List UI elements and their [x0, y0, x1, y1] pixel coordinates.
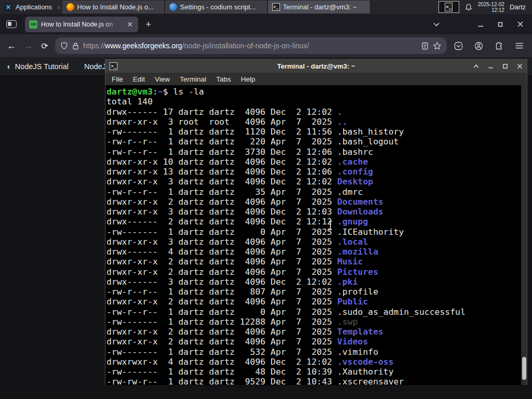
terminal-window: >_ Terminal - dartz@vm3: ~ FileEditViewT… — [105, 59, 527, 385]
terminal-listing-row: drwx------ 17 dartz dartz 4096 Dec 2 12:… — [107, 107, 527, 117]
bookmark-star-icon[interactable] — [433, 42, 442, 50]
terminal-listing-row: drwxr-xr-x 2 dartz dartz 4096 Apr 7 2025… — [107, 327, 527, 337]
terminal-menu-view[interactable]: View — [155, 75, 170, 83]
reader-view-icon[interactable] — [421, 42, 429, 50]
terminal-listing-row: -rw------- 1 dartz dartz 12288 Apr 7 202… — [107, 317, 527, 327]
codium-icon — [169, 3, 177, 11]
terminal-listing-row: drwxr-xr-x 13 dartz dartz 4096 Dec 2 12:… — [107, 167, 527, 177]
taskbar-window-title: How to Install Node.js o... — [77, 3, 154, 11]
terminal-listing-row: -rw------- 1 dartz dartz 532 Apr 7 2025 … — [107, 347, 527, 357]
applications-label: Applications — [16, 3, 52, 11]
terminal-listing-row: drwxr-xr-x 2 dartz dartz 4096 Apr 7 2025… — [107, 267, 527, 277]
maximize-button[interactable] — [502, 63, 508, 69]
terminal-listing-row: drwxr-xr-x 2 dartz dartz 4096 Apr 7 2025… — [107, 337, 527, 347]
terminal-listing-row: -rw-r--r-- 1 dartz dartz 220 Apr 7 2025 … — [107, 137, 527, 147]
firefox-view-icon[interactable] — [6, 20, 17, 28]
list-tabs-chevron-icon[interactable] — [433, 22, 440, 27]
taskbar-window-button[interactable]: How to Install Node.js o... — [62, 1, 165, 14]
terminal-listing-row: drwxr-xr-x 3 dartz dartz 4096 Dec 2 12:0… — [107, 177, 527, 187]
terminal-prompt-line: dartz@vm3:~$ ls -la — [107, 87, 527, 97]
back-button[interactable]: ← — [3, 41, 20, 51]
close-window-button[interactable] — [517, 21, 524, 28]
tab-active[interactable]: GG How to Install Node.js on ✕ — [25, 17, 138, 32]
clock[interactable]: 2025-12-02 12:12 — [478, 2, 504, 13]
terminal-listing-row: -rw------- 1 dartz dartz 48 Dec 2 10:39 … — [107, 367, 527, 377]
tracking-shield-icon[interactable] — [60, 42, 68, 50]
terminal-listing-row: drwxr-xr-x 3 dartz dartz 4096 Apr 7 2025… — [107, 237, 527, 247]
browser-tab-bar: GG How to Install Node.js on ✕ + — [0, 14, 532, 34]
terminal-title-bar[interactable]: >_ Terminal - dartz@vm3: ~ — [105, 60, 527, 73]
terminal-title: Terminal - dartz@vm3: ~ — [105, 62, 527, 70]
workspace-pager[interactable]: >_ — [438, 1, 459, 13]
taskbar-window-title: Settings - codium script... — [180, 3, 256, 11]
forward-button[interactable]: → — [20, 41, 36, 51]
terminal-listing-row: drwx------ 3 dartz dartz 4096 Dec 2 12:0… — [107, 277, 527, 287]
applications-menu-button[interactable]: ✕ Applications — [0, 0, 56, 14]
terminal-menu-bar: FileEditViewTerminalTabsHelp — [105, 73, 527, 85]
minimize-button[interactable] — [488, 64, 494, 69]
terminal-listing-row: -rw-r--r-- 1 dartz dartz 0 Apr 7 2025 .s… — [107, 307, 527, 317]
terminal-output[interactable]: dartz@vm3:~$ ls -la total 140 drwx------… — [105, 85, 527, 385]
terminal-scrollbar-thumb[interactable] — [522, 357, 526, 380]
terminal-listing-row: drwxr-xr-x 3 dartz dartz 4096 Dec 2 12:0… — [107, 207, 527, 217]
close-window-button[interactable] — [517, 63, 523, 69]
terminal-listing-row: drwxr-xr-x 2 dartz dartz 4096 Apr 7 2025… — [107, 197, 527, 207]
menu-hamburger-icon[interactable] — [515, 42, 524, 49]
url-bar[interactable]: https://www.geeksforgeeks.org/node-js/in… — [55, 37, 447, 54]
terminal-listing-row: -rw------- 1 dartz dartz 1120 Dec 2 11:5… — [107, 127, 527, 137]
tab-title: How to Install Node.js on — [41, 21, 122, 28]
new-tab-button[interactable]: + — [145, 19, 151, 30]
mouse-cursor-ibeam — [327, 220, 334, 231]
terminal-listing-row: drwxr-xr-x 3 root root 4096 Apr 7 2025 .… — [107, 117, 527, 127]
tab-close-icon[interactable]: ✕ — [126, 20, 134, 29]
terminal-menu-terminal[interactable]: Terminal — [180, 75, 206, 83]
taskbar-window-button[interactable]: Settings - codium script... — [165, 1, 268, 14]
terminal-file-listing: drwx------ 17 dartz dartz 4096 Dec 2 12:… — [107, 107, 527, 385]
terminal-listing-row: -rw------- 1 dartz dartz 0 Apr 7 2025 .I… — [107, 227, 527, 237]
clock-date: 2025-12-02 — [478, 2, 504, 7]
geeksforgeeks-favicon: GG — [29, 20, 37, 29]
terminal-listing-row: drwx------ 4 dartz dartz 4096 Apr 7 2025… — [107, 247, 527, 257]
terminal-menu-tabs[interactable]: Tabs — [216, 75, 231, 83]
terminal-listing-row: drwxr-xr-x 10 dartz dartz 4096 Dec 2 12:… — [107, 157, 527, 167]
reload-button[interactable]: ⟳ — [36, 41, 53, 51]
terminal-listing-row: drwx------ 2 dartz dartz 4096 Dec 2 12:1… — [107, 217, 527, 227]
browser-toolbar: ← → ⟳ https://www.geeksforgeeks.org/node… — [0, 34, 532, 57]
terminal-listing-row: -rw-r--r-- 1 dartz dartz 35 Apr 7 2025 .… — [107, 187, 527, 197]
terminal-listing-row: -rw-r--r-- 1 dartz dartz 3730 Dec 2 12:0… — [107, 147, 527, 157]
terminal-scrollbar[interactable] — [521, 85, 527, 385]
taskbar: ✕ Applications ≡ How to Install Node.js … — [0, 0, 532, 14]
terminal-menu-help[interactable]: Help — [241, 75, 256, 83]
terminal-menu-edit[interactable]: Edit — [133, 75, 145, 83]
minimize-button[interactable] — [477, 21, 484, 28]
extensions-puzzle-icon[interactable] — [495, 42, 503, 50]
nav-scroll-left-icon[interactable]: ‹ — [7, 62, 10, 71]
terminal-icon: >_ — [445, 3, 453, 11]
distro-logo-icon: ✕ — [4, 3, 12, 11]
terminal-icon: >_ — [110, 62, 117, 70]
taskbar-window-title: Terminal - dartz@vm3: ~ — [283, 3, 357, 11]
terminal-listing-row: -rw-r--r-- 1 dartz dartz 807 Apr 7 2025 … — [107, 287, 527, 297]
taskbar-window-list: How to Install Node.js o...Settings - co… — [62, 0, 371, 14]
terminal-listing-row: drwxr-xr-x 2 dartz dartz 4096 Apr 7 2025… — [107, 257, 527, 267]
pocket-icon[interactable] — [454, 42, 463, 50]
account-icon[interactable] — [474, 42, 483, 50]
taskbar-window-button[interactable]: >_Terminal - dartz@vm3: ~ — [268, 1, 370, 14]
notification-bell-icon[interactable] — [464, 3, 473, 11]
terminal-total-line: total 140 — [107, 97, 527, 107]
lock-icon[interactable] — [72, 42, 79, 50]
firefox-icon — [66, 3, 74, 11]
url-text: https://www.geeksforgeeks.org/node-js/in… — [83, 42, 417, 50]
terminal-listing-row: drwxr-xr-x 2 dartz dartz 4096 Apr 7 2025… — [107, 297, 527, 307]
terminal-listing-row: drwxrwxr-x 4 dartz dartz 4096 Dec 2 12:0… — [107, 357, 527, 367]
panel-handle: ≡ — [57, 4, 60, 10]
terminal-menu-file[interactable]: File — [112, 75, 123, 83]
clock-time: 12:12 — [478, 7, 504, 13]
user-menu[interactable]: Dartz — [510, 3, 528, 11]
shade-window-icon[interactable] — [473, 64, 479, 69]
maximize-button[interactable] — [497, 21, 503, 28]
terminal-icon: >_ — [272, 3, 280, 11]
nav-link-nodejs-tutorial[interactable]: NodeJS Tutorial — [15, 62, 69, 71]
terminal-listing-row: -rw-rw-r-- 1 dartz dartz 9529 Dec 2 10:4… — [107, 377, 527, 385]
